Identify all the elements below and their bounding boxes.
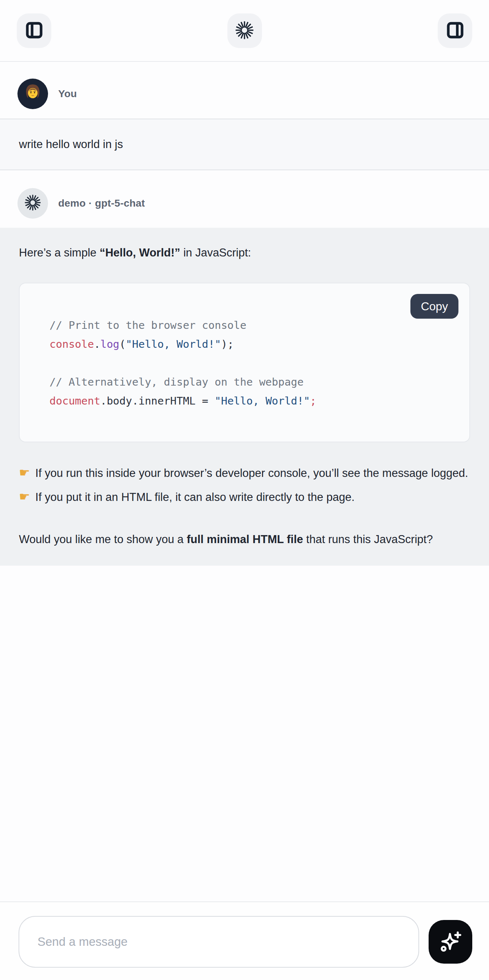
code-token: document [49, 395, 100, 407]
assistant-turn: demo · gpt-5-chat Here’s a simple “Hello… [0, 170, 489, 566]
top-bar [0, 0, 489, 62]
assistant-author-label: demo · gpt-5-chat [58, 197, 145, 209]
assistant-message: Here’s a simple “Hello, World!” in JavaS… [0, 228, 489, 566]
code-token: ; [310, 395, 316, 407]
text-segment: Here’s a simple [19, 246, 100, 259]
code-token: ( [119, 338, 126, 350]
starburst-icon [235, 21, 254, 41]
empty-scroll-area [0, 566, 489, 901]
assistant-closing-text: Would you like me to show you a full min… [19, 527, 470, 551]
text-segment: If you run this inside your browser’s de… [32, 467, 468, 479]
copy-button[interactable]: Copy [410, 294, 459, 319]
text-segment: that runs this JavaScript? [303, 533, 433, 546]
pointing-finger-emoji: ☛ [19, 466, 30, 479]
code-token: "Hello, World!" [215, 395, 310, 407]
send-button[interactable] [428, 920, 472, 964]
code-token: . [94, 338, 100, 350]
code-token: .body.innerHTML = [100, 395, 215, 407]
composer-bar [0, 901, 489, 980]
text-segment: full minimal HTML file [186, 533, 303, 546]
text-segment: Would you like me to show you a [19, 533, 186, 546]
starburst-icon [24, 194, 41, 212]
code-block: Copy // Print to the browser console con… [19, 283, 470, 442]
user-turn: You write hello world in js [0, 62, 489, 170]
panel-left-icon [24, 21, 44, 41]
user-author-label: You [58, 88, 77, 100]
code-token: ); [221, 338, 234, 350]
user-message-text: write hello world in js [19, 138, 123, 151]
text-segment: If you put it in an HTML file, it can al… [32, 491, 354, 503]
message-input[interactable] [19, 916, 419, 967]
sparkles-icon [438, 929, 462, 955]
code-token: "Hello, World!" [126, 338, 221, 350]
user-message: write hello world in js [0, 119, 489, 170]
model-menu-button[interactable] [228, 13, 262, 48]
code-token: log [100, 338, 119, 350]
text-segment: “Hello, World!” [100, 246, 180, 259]
code-content: // Print to the browser console console.… [20, 283, 469, 442]
panel-right-button[interactable] [438, 13, 472, 48]
text-segment: in JavaScript: [180, 246, 251, 259]
code-token: // Alternatively, display on the webpage [49, 376, 303, 388]
pointing-finger-emoji: ☛ [19, 490, 30, 503]
assistant-intro-text: Here’s a simple “Hello, World!” in JavaS… [19, 241, 470, 264]
panel-right-icon [445, 21, 465, 41]
assistant-tips-text: ☛ If you run this inside your browser’s … [19, 461, 470, 509]
code-token: console [49, 338, 94, 350]
code-token: // Print to the browser console [49, 319, 246, 331]
user-avatar [18, 79, 48, 109]
panel-left-button[interactable] [17, 13, 51, 48]
person-emoji-icon [21, 82, 44, 106]
user-turn-header: You [0, 62, 489, 119]
assistant-turn-header: demo · gpt-5-chat [0, 170, 489, 228]
assistant-avatar [18, 188, 48, 219]
